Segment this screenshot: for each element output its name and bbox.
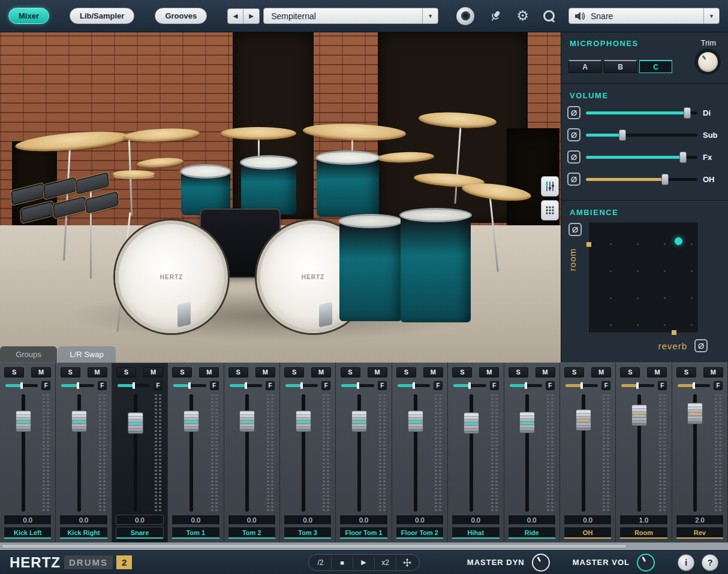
room-phase-button[interactable]: Ø [568,223,582,236]
pan-slider[interactable] [173,384,206,387]
fx-button[interactable]: F [210,381,219,390]
fader-handle[interactable] [71,410,87,432]
fader-handle[interactable] [576,409,591,431]
phase-button[interactable]: Ø [567,106,580,119]
mute-button[interactable]: M [591,367,611,377]
mic-b-button[interactable]: B [604,60,637,73]
channel-name-button[interactable]: Tom 3 [284,527,332,539]
solo-button[interactable]: S [676,367,696,377]
fx-button[interactable]: F [154,381,163,390]
fader-handle[interactable] [519,412,535,433]
fx-button[interactable]: F [321,381,330,390]
fx-button[interactable]: F [98,381,107,390]
mute-button[interactable]: M [479,367,499,377]
fader-handle[interactable] [464,412,479,434]
info-button[interactable]: i [678,554,694,571]
master-vol-knob[interactable] [637,554,655,572]
fx-button[interactable]: F [378,381,387,390]
groups-tab[interactable]: Groups [0,346,57,362]
chevron-down-icon[interactable]: ▼ [422,8,438,23]
fx-button[interactable]: F [546,381,555,390]
stop-button[interactable]: ■ [332,556,353,569]
master-dyn-knob[interactable] [532,554,550,572]
fx-button[interactable]: F [658,381,667,390]
phase-button[interactable]: Ø [567,150,580,164]
microphone-icon[interactable] [488,8,503,24]
fader-handle[interactable] [687,403,703,424]
fader-handle[interactable] [296,410,311,432]
fx-button[interactable]: F [714,381,723,390]
ambience-pad[interactable] [588,222,699,333]
solo-button[interactable]: S [620,367,640,377]
phase-button[interactable]: Ø [567,173,580,186]
trim-knob[interactable] [694,49,721,75]
ambience-position-dot[interactable] [675,237,682,245]
solo-button[interactable]: S [509,367,528,377]
fader-handle[interactable] [16,410,31,432]
mute-button[interactable]: M [143,367,163,377]
solo-button[interactable]: S [284,367,304,377]
crash-cymbal[interactable] [123,127,200,144]
fader-handle[interactable] [128,412,143,434]
mic-a-button[interactable]: A [568,60,601,73]
pan-slider[interactable] [61,384,94,387]
fx-button[interactable]: F [41,381,50,390]
kick-pedal[interactable] [178,302,191,328]
preset-next-button[interactable]: ▶ [243,8,260,24]
play-button[interactable]: ▶ [353,556,375,569]
epad[interactable] [53,196,86,219]
channel-name-button[interactable]: Floor Tom 2 [396,527,444,539]
mute-button[interactable]: M [423,367,443,377]
ride-cymbal-left[interactable] [14,128,130,155]
pan-slider[interactable] [510,384,542,387]
channel-name-button[interactable]: Hihat [452,527,500,539]
volume-slider[interactable] [586,156,697,159]
pan-slider[interactable] [5,384,38,387]
mute-button[interactable]: M [703,367,723,377]
volume-slider[interactable] [586,134,697,137]
fader-handle[interactable] [631,404,647,426]
pan-slider[interactable] [565,384,598,387]
tom-3-drum[interactable] [317,157,379,217]
pan-slider[interactable] [621,384,654,387]
tab-mixer[interactable]: Mixer [8,8,49,24]
fx-button[interactable]: F [266,381,275,390]
channel-name-button[interactable]: Tom 1 [172,527,219,539]
fader-handle[interactable] [183,410,199,432]
floor-tom-1-drum[interactable] [339,220,402,321]
half-tempo-button[interactable]: /2 [310,556,332,569]
mute-button[interactable]: M [368,367,387,377]
record-icon[interactable] [456,7,474,25]
fx-button[interactable]: F [490,381,499,390]
solo-button[interactable]: S [228,367,248,377]
mute-button[interactable]: M [311,367,331,377]
fx-button[interactable]: F [601,381,610,390]
fader-handle[interactable] [239,410,255,432]
channel-name-button[interactable]: Kick Left [4,527,52,539]
mute-button[interactable]: M [255,367,275,377]
channel-name-button[interactable]: Rev [676,527,724,539]
pads-toggle-button[interactable] [541,200,559,220]
reverb-phase-button[interactable]: Ø [694,339,708,352]
preset-select[interactable]: Sempiternal ▼ [263,8,438,24]
help-button[interactable]: ? [702,554,718,571]
tab-lib-sampler[interactable]: Lib/Sampler [70,8,134,24]
preset-prev-button[interactable]: ◀ [227,8,243,24]
mic-c-button[interactable]: C [639,60,672,73]
lr-swap-tab[interactable]: L/R Swap [58,346,116,362]
solo-button[interactable]: S [172,367,192,377]
solo-button[interactable]: S [4,367,24,377]
splash-cymbal[interactable] [137,156,184,168]
phase-button[interactable]: Ø [567,128,580,141]
channel-name-button[interactable]: OH [564,527,612,539]
kick-pedal[interactable] [319,302,332,328]
move-icon[interactable] [396,556,418,569]
channel-name-button[interactable]: Floor Tom 1 [339,527,387,539]
reverb-axis-marker[interactable] [672,330,676,335]
pan-slider[interactable] [230,384,262,387]
mute-button[interactable]: M [199,367,219,377]
solo-button[interactable]: S [564,367,584,377]
tab-grooves[interactable]: Grooves [155,8,207,24]
mute-button[interactable]: M [31,367,51,377]
search-icon[interactable] [542,9,556,23]
